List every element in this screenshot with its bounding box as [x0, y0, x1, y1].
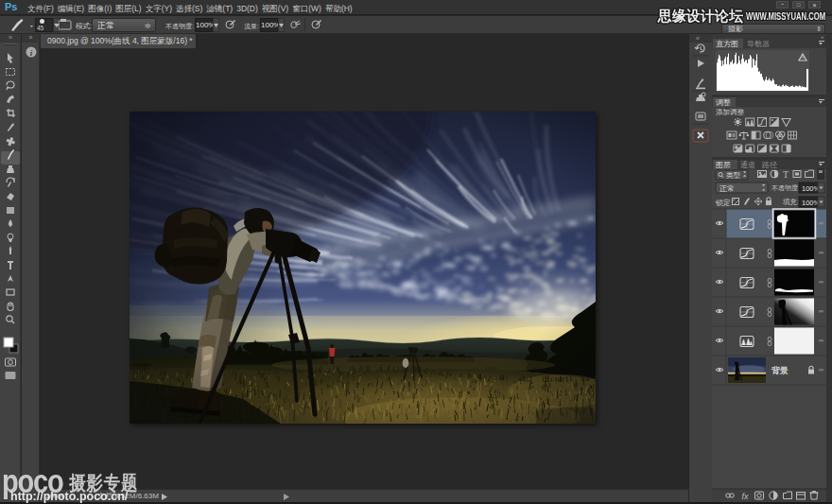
svg-text:填充:: 填充:	[782, 198, 799, 206]
svg-text:添加调整: 添加调整	[716, 108, 745, 116]
svg-text:图层: 图层	[716, 161, 731, 169]
svg-text:直方图: 直方图	[716, 40, 738, 48]
svg-text:路径: 路径	[762, 161, 777, 169]
svg-text:正常: 正常	[719, 184, 735, 193]
svg-text:T: T	[783, 169, 789, 180]
svg-text:导航器: 导航器	[747, 40, 770, 48]
svg-text:类型: 类型	[726, 171, 741, 180]
svg-text:不透明度:: 不透明度:	[771, 184, 800, 192]
svg-text:背景: 背景	[771, 366, 789, 375]
svg-text:«: «	[696, 35, 700, 42]
svg-text:fx: fx	[741, 492, 749, 501]
svg-text:调整: 调整	[716, 98, 731, 107]
svg-text:通道: 通道	[740, 160, 755, 169]
svg-text:锁定:: 锁定:	[715, 199, 733, 207]
